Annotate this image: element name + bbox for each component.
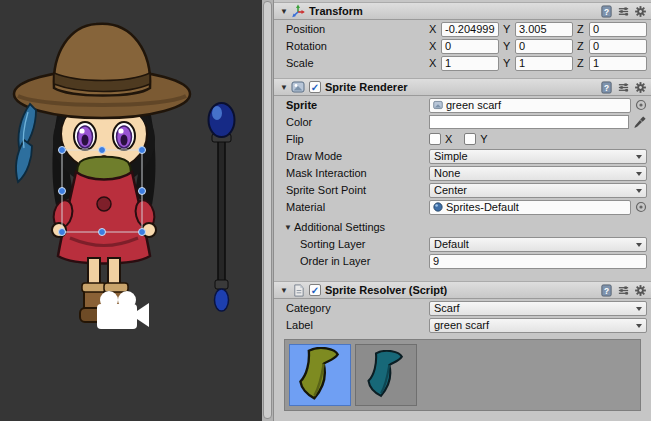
staff-prop[interactable] (209, 103, 235, 311)
category-value: Scarf (434, 302, 460, 314)
foldout-arrow-icon[interactable]: ▼ (278, 286, 290, 295)
sorting-layer-dropdown[interactable]: Default (429, 237, 647, 252)
sprite-renderer-header[interactable]: ▼ ✓ Sprite Renderer ? (274, 78, 651, 96)
position-z-field[interactable]: 0 (589, 22, 647, 37)
material-object-field[interactable]: Sprites-Default (429, 200, 631, 215)
draw-mode-dropdown[interactable]: Simple (429, 149, 647, 164)
gear-icon[interactable] (633, 283, 647, 297)
sprite-object-field[interactable]: green scarf (429, 98, 631, 113)
material-label: Material (286, 201, 429, 213)
mask-interaction-label: Mask Interaction (286, 167, 429, 179)
rotation-row: Rotation X 0 Y 0 Z 0 (278, 38, 647, 54)
rotation-label: Rotation (286, 40, 429, 52)
color-swatch[interactable] (429, 115, 629, 129)
sprite-sort-point-row: Sprite Sort Point Center (278, 182, 647, 198)
script-icon (290, 283, 306, 297)
svg-text:?: ? (603, 6, 608, 16)
sprite-renderer-icon (290, 80, 306, 94)
color-label: Color (286, 116, 429, 128)
thumbnail-green-scarf[interactable] (289, 344, 351, 406)
dropdown-arrow-icon (636, 172, 642, 176)
presets-icon[interactable] (616, 4, 630, 18)
mask-interaction-value: None (434, 167, 460, 179)
rotation-x-field[interactable]: 0 (441, 39, 499, 54)
camera-gizmo-icon (97, 291, 149, 329)
sprite-resolver-title: Sprite Resolver (Script) (325, 284, 447, 296)
transform-icon (290, 4, 306, 18)
flip-y-checkbox[interactable] (464, 133, 476, 145)
position-x-field[interactable]: -0.204999 (441, 22, 499, 37)
transform-header[interactable]: ▼ Transform ? (274, 2, 651, 20)
flip-x-label: X (445, 133, 452, 145)
axis-y-label: Y (503, 40, 511, 52)
axis-x-label: X (429, 23, 437, 35)
order-in-layer-field[interactable]: 9 (429, 254, 647, 269)
label-value: green scarf (434, 319, 489, 331)
object-picker-icon[interactable] (634, 99, 647, 112)
material-object-name: Sprites-Default (446, 201, 519, 213)
object-picker-icon[interactable] (634, 201, 647, 214)
scrollbar-thumb[interactable] (263, 1, 272, 419)
presets-icon[interactable] (616, 283, 630, 297)
help-icon[interactable]: ? (599, 283, 613, 297)
sprite-thumb-icon (433, 100, 443, 110)
scale-z-field[interactable]: 1 (589, 56, 647, 71)
category-label: Category (286, 302, 429, 314)
scene-view[interactable] (0, 0, 262, 421)
foldout-arrow-icon[interactable]: ▼ (278, 7, 290, 16)
gear-icon[interactable] (633, 80, 647, 94)
sprite-label: Sprite (286, 99, 429, 111)
dropdown-arrow-icon (636, 155, 642, 159)
additional-settings-label: Additional Settings (294, 221, 385, 233)
order-in-layer-label: Order in Layer (286, 255, 429, 267)
scale-y-field[interactable]: 1 (515, 56, 573, 71)
svg-text:?: ? (603, 82, 608, 92)
help-icon[interactable]: ? (599, 4, 613, 18)
presets-icon[interactable] (616, 80, 630, 94)
mask-interaction-dropdown[interactable]: None (429, 166, 647, 181)
axis-z-label: Z (577, 40, 585, 52)
label-label: Label (286, 319, 429, 331)
component-enabled-checkbox[interactable]: ✓ (309, 81, 321, 93)
foldout-arrow-icon[interactable]: ▼ (278, 83, 290, 92)
material-sphere-icon (433, 202, 443, 212)
draw-mode-label: Draw Mode (286, 150, 429, 162)
sprite-renderer-title: Sprite Renderer (325, 81, 408, 93)
dropdown-arrow-icon (636, 307, 642, 311)
character-sprite[interactable] (14, 24, 190, 322)
help-icon[interactable]: ? (599, 80, 613, 94)
axis-y-label: Y (503, 23, 511, 35)
sprite-sort-point-dropdown[interactable]: Center (429, 183, 647, 198)
thumbnail-teal-scarf[interactable] (355, 344, 417, 406)
eyedropper-icon[interactable] (633, 115, 647, 129)
inspector-scrollbar[interactable] (262, 0, 274, 421)
dropdown-arrow-icon (636, 243, 642, 247)
draw-mode-value: Simple (434, 150, 468, 162)
axis-x-label: X (429, 57, 437, 69)
position-y-field[interactable]: 3.005 (515, 22, 573, 37)
component-enabled-checkbox[interactable]: ✓ (309, 284, 321, 296)
axis-z-label: Z (577, 57, 585, 69)
scale-x-field[interactable]: 1 (441, 56, 499, 71)
sorting-layer-row: Sorting Layer Default (278, 236, 647, 252)
material-row: Material Sprites-Default (278, 199, 647, 215)
label-dropdown[interactable]: green scarf (429, 318, 647, 333)
flip-x-checkbox[interactable] (429, 133, 441, 145)
gear-icon[interactable] (633, 4, 647, 18)
color-row: Color (278, 114, 647, 130)
additional-settings-foldout[interactable]: ▼ Additional Settings (278, 219, 647, 235)
scale-label: Scale (286, 57, 429, 69)
rotation-y-field[interactable]: 0 (515, 39, 573, 54)
sprite-variant-preview (284, 339, 641, 411)
sprite-sort-point-value: Center (434, 184, 467, 196)
category-dropdown[interactable]: Scarf (429, 301, 647, 316)
foldout-arrow-icon[interactable]: ▼ (282, 223, 294, 232)
sprite-object-name: green scarf (446, 99, 501, 111)
sprite-row: Sprite green scarf (278, 97, 647, 113)
mask-interaction-row: Mask Interaction None (278, 165, 647, 181)
category-row: Category Scarf (278, 300, 647, 316)
sprite-resolver-header[interactable]: ▼ ✓ Sprite Resolver (Script) ? (274, 281, 651, 299)
axis-z-label: Z (577, 23, 585, 35)
sorting-layer-label: Sorting Layer (286, 238, 429, 250)
rotation-z-field[interactable]: 0 (589, 39, 647, 54)
